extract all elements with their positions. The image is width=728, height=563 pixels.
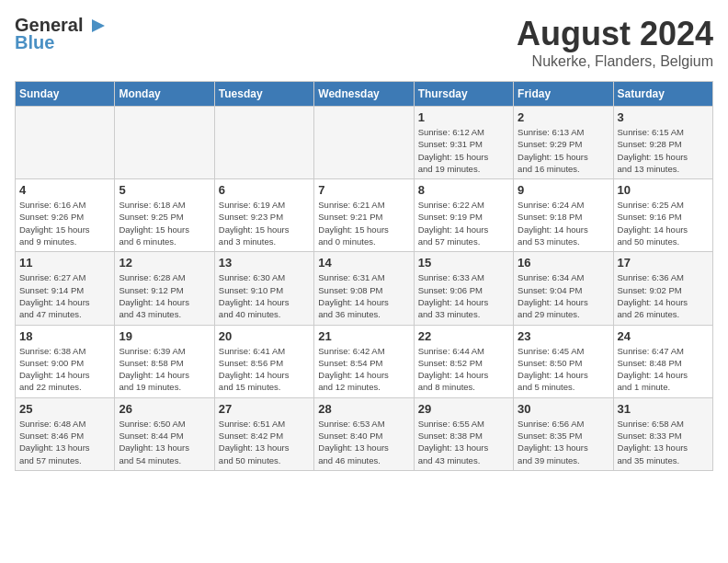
day-info: Sunrise: 6:34 AM Sunset: 9:04 PM Dayligh… (518, 271, 609, 320)
calendar-day-cell: 1Sunrise: 6:12 AM Sunset: 9:31 PM Daylig… (414, 107, 513, 179)
day-number: 15 (418, 256, 509, 270)
day-number: 29 (418, 402, 509, 416)
day-number: 4 (19, 183, 110, 197)
day-number: 19 (119, 329, 210, 343)
weekday-header-cell: Friday (514, 82, 613, 107)
day-info: Sunrise: 6:45 AM Sunset: 8:50 PM Dayligh… (518, 345, 609, 394)
calendar-day-cell: 15Sunrise: 6:33 AM Sunset: 9:06 PM Dayli… (414, 252, 513, 325)
day-info: Sunrise: 6:58 AM Sunset: 8:33 PM Dayligh… (618, 418, 709, 466)
location-text: Nukerke, Flanders, Belgium (517, 53, 713, 70)
day-info: Sunrise: 6:16 AM Sunset: 9:26 PM Dayligh… (19, 199, 110, 247)
day-info: Sunrise: 6:18 AM Sunset: 9:25 PM Dayligh… (119, 199, 210, 247)
calendar-day-cell: 8Sunrise: 6:22 AM Sunset: 9:19 PM Daylig… (414, 179, 513, 252)
day-number: 8 (418, 183, 509, 197)
day-info: Sunrise: 6:19 AM Sunset: 9:23 PM Dayligh… (219, 199, 310, 247)
day-number: 22 (418, 329, 509, 343)
day-info: Sunrise: 6:48 AM Sunset: 8:46 PM Dayligh… (19, 418, 110, 466)
day-number: 13 (219, 256, 310, 270)
page-header: General Blue August 2024 Nukerke, Flande… (15, 15, 713, 70)
logo-icon (85, 17, 105, 34)
day-info: Sunrise: 6:15 AM Sunset: 9:28 PM Dayligh… (618, 126, 709, 175)
weekday-header-cell: Monday (115, 82, 214, 107)
day-info: Sunrise: 6:21 AM Sunset: 9:21 PM Dayligh… (318, 199, 409, 247)
calendar-day-cell: 28Sunrise: 6:53 AM Sunset: 8:40 PM Dayli… (314, 397, 414, 470)
calendar-day-cell: 23Sunrise: 6:45 AM Sunset: 8:50 PM Dayli… (514, 325, 613, 397)
calendar-day-cell: 13Sunrise: 6:30 AM Sunset: 9:10 PM Dayli… (214, 252, 313, 325)
weekday-header-cell: Thursday (414, 82, 513, 107)
day-info: Sunrise: 6:51 AM Sunset: 8:42 PM Dayligh… (219, 418, 310, 466)
calendar-day-cell: 27Sunrise: 6:51 AM Sunset: 8:42 PM Dayli… (214, 397, 313, 470)
calendar-day-cell: 3Sunrise: 6:15 AM Sunset: 9:28 PM Daylig… (613, 107, 712, 179)
day-number: 3 (618, 110, 709, 124)
calendar-day-cell: 18Sunrise: 6:38 AM Sunset: 9:00 PM Dayli… (16, 325, 115, 397)
day-number: 24 (618, 329, 709, 343)
weekday-header-cell: Saturday (613, 82, 712, 107)
day-info: Sunrise: 6:22 AM Sunset: 9:19 PM Dayligh… (418, 199, 509, 247)
day-info: Sunrise: 6:47 AM Sunset: 8:48 PM Dayligh… (618, 345, 709, 394)
calendar-day-cell: 21Sunrise: 6:42 AM Sunset: 8:54 PM Dayli… (314, 325, 414, 397)
calendar-table: SundayMondayTuesdayWednesdayThursdayFrid… (15, 81, 713, 471)
day-info: Sunrise: 6:31 AM Sunset: 9:08 PM Dayligh… (318, 271, 409, 320)
day-number: 14 (318, 256, 409, 270)
day-info: Sunrise: 6:25 AM Sunset: 9:16 PM Dayligh… (618, 199, 709, 247)
day-number: 16 (518, 256, 609, 270)
calendar-day-cell: 10Sunrise: 6:25 AM Sunset: 9:16 PM Dayli… (613, 179, 712, 252)
day-number: 20 (219, 329, 310, 343)
calendar-day-cell (115, 107, 214, 179)
day-info: Sunrise: 6:30 AM Sunset: 9:10 PM Dayligh… (219, 271, 310, 320)
calendar-week-row: 1Sunrise: 6:12 AM Sunset: 9:31 PM Daylig… (16, 107, 713, 179)
day-number: 12 (119, 256, 210, 270)
day-info: Sunrise: 6:13 AM Sunset: 9:29 PM Dayligh… (518, 126, 609, 175)
day-number: 1 (418, 110, 509, 124)
calendar-week-row: 25Sunrise: 6:48 AM Sunset: 8:46 PM Dayli… (16, 397, 713, 470)
calendar-day-cell: 20Sunrise: 6:41 AM Sunset: 8:56 PM Dayli… (214, 325, 313, 397)
calendar-day-cell: 16Sunrise: 6:34 AM Sunset: 9:04 PM Dayli… (514, 252, 613, 325)
logo: General Blue (15, 15, 107, 53)
day-number: 11 (19, 256, 110, 270)
day-number: 9 (518, 183, 609, 197)
day-number: 21 (318, 329, 409, 343)
day-info: Sunrise: 6:24 AM Sunset: 9:18 PM Dayligh… (518, 199, 609, 247)
day-number: 10 (618, 183, 709, 197)
day-info: Sunrise: 6:33 AM Sunset: 9:06 PM Dayligh… (418, 271, 509, 320)
calendar-day-cell (214, 107, 313, 179)
day-info: Sunrise: 6:39 AM Sunset: 8:58 PM Dayligh… (119, 345, 210, 394)
calendar-week-row: 18Sunrise: 6:38 AM Sunset: 9:00 PM Dayli… (16, 325, 713, 397)
day-info: Sunrise: 6:44 AM Sunset: 8:52 PM Dayligh… (418, 345, 509, 394)
day-number: 5 (119, 183, 210, 197)
weekday-header-cell: Wednesday (314, 82, 414, 107)
day-number: 31 (618, 402, 709, 416)
calendar-day-cell: 19Sunrise: 6:39 AM Sunset: 8:58 PM Dayli… (115, 325, 214, 397)
calendar-week-row: 4Sunrise: 6:16 AM Sunset: 9:26 PM Daylig… (16, 179, 713, 252)
day-number: 7 (318, 183, 409, 197)
day-info: Sunrise: 6:56 AM Sunset: 8:35 PM Dayligh… (518, 418, 609, 466)
calendar-day-cell: 2Sunrise: 6:13 AM Sunset: 9:29 PM Daylig… (514, 107, 613, 179)
calendar-day-cell (16, 107, 115, 179)
calendar-day-cell: 12Sunrise: 6:28 AM Sunset: 9:12 PM Dayli… (115, 252, 214, 325)
day-number: 26 (119, 402, 210, 416)
calendar-day-cell: 22Sunrise: 6:44 AM Sunset: 8:52 PM Dayli… (414, 325, 513, 397)
calendar-day-cell: 31Sunrise: 6:58 AM Sunset: 8:33 PM Dayli… (613, 397, 712, 470)
day-number: 6 (219, 183, 310, 197)
day-number: 30 (518, 402, 609, 416)
weekday-header-row: SundayMondayTuesdayWednesdayThursdayFrid… (16, 82, 713, 107)
calendar-day-cell: 6Sunrise: 6:19 AM Sunset: 9:23 PM Daylig… (214, 179, 313, 252)
day-info: Sunrise: 6:50 AM Sunset: 8:44 PM Dayligh… (119, 418, 210, 466)
calendar-day-cell (314, 107, 414, 179)
day-number: 28 (318, 402, 409, 416)
day-number: 25 (19, 402, 110, 416)
day-info: Sunrise: 6:12 AM Sunset: 9:31 PM Dayligh… (418, 126, 509, 175)
calendar-day-cell: 7Sunrise: 6:21 AM Sunset: 9:21 PM Daylig… (314, 179, 414, 252)
day-info: Sunrise: 6:41 AM Sunset: 8:56 PM Dayligh… (219, 345, 310, 394)
calendar-day-cell: 4Sunrise: 6:16 AM Sunset: 9:26 PM Daylig… (16, 179, 115, 252)
day-info: Sunrise: 6:53 AM Sunset: 8:40 PM Dayligh… (318, 418, 409, 466)
weekday-header-cell: Tuesday (214, 82, 313, 107)
day-number: 17 (618, 256, 709, 270)
calendar-day-cell: 5Sunrise: 6:18 AM Sunset: 9:25 PM Daylig… (115, 179, 214, 252)
calendar-day-cell: 25Sunrise: 6:48 AM Sunset: 8:46 PM Dayli… (16, 397, 115, 470)
svg-marker-0 (92, 19, 105, 32)
calendar-day-cell: 11Sunrise: 6:27 AM Sunset: 9:14 PM Dayli… (16, 252, 115, 325)
calendar-day-cell: 30Sunrise: 6:56 AM Sunset: 8:35 PM Dayli… (514, 397, 613, 470)
calendar-body: 1Sunrise: 6:12 AM Sunset: 9:31 PM Daylig… (16, 107, 713, 471)
weekday-header-cell: Sunday (16, 82, 115, 107)
